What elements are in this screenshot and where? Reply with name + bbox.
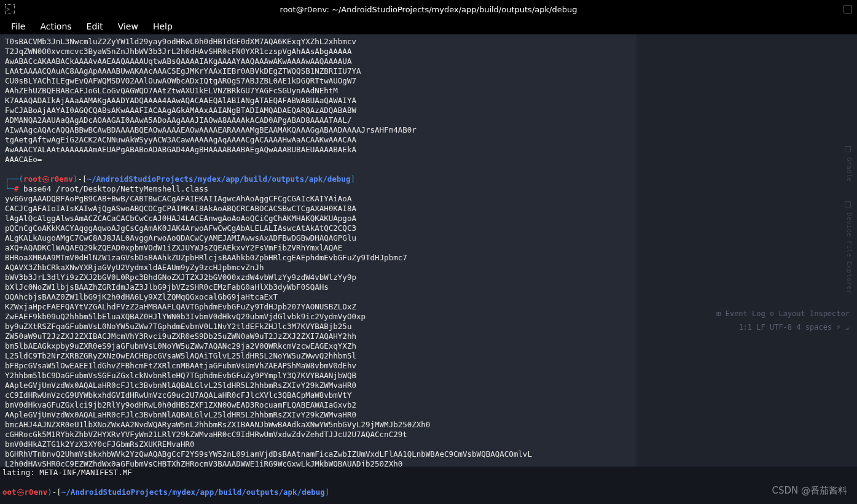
bottom-prompt-path: ~/AndroidStudioProjects/mydex/app/build/…: [61, 487, 325, 497]
bottom-prompt-user: oot: [2, 487, 17, 497]
bottom-output-line: lating: META-INF/MANIFEST.MF: [2, 468, 132, 477]
prompt-hash: #: [14, 184, 19, 193]
base64-output-block2: yv66vgAAADQBFAoPgB9CAB+BwB/CABTBwCACgAFA…: [5, 194, 532, 467]
menu-actions[interactable]: Actions: [34, 20, 77, 33]
prompt-tree: ┌──: [5, 174, 19, 184]
watermark: CSDN @番茄酱料: [772, 485, 847, 497]
prompt-line2-tree: └─: [5, 184, 14, 193]
prompt-open: (: [19, 174, 24, 184]
side-tool-label-1[interactable]: Gradle: [845, 157, 853, 182]
side-tool-icon-1[interactable]: [845, 146, 851, 152]
status-encoding[interactable]: 1:1 LF UTF-8 4 spaces ⚡ ☕: [716, 320, 850, 334]
menu-help[interactable]: Help: [147, 20, 179, 33]
bottom-prompt-dash: -[: [52, 487, 61, 497]
terminal-pane-upper[interactable]: T0sBACVMb3JnL3NwcmluZ2ZyYW1ld29yay9odHRw…: [0, 34, 636, 467]
command-line: base64 /root/Desktop/NettyMemshell.class: [19, 184, 209, 193]
prompt-host: r0env: [50, 174, 73, 184]
side-panel: Gradle Device File Explorer ⊞ Event Log …: [636, 34, 857, 467]
bottom-prompt-end: ]: [325, 487, 330, 497]
terminal-pane-bottom[interactable]: lating: META-INF/MANIFEST.MF oot㉿r0env)-…: [0, 467, 857, 504]
bottom-prompt-at: ㉿: [17, 487, 25, 497]
titlebar: >_ root@r0env: ~/AndroidStudioProjects/m…: [0, 0, 857, 18]
maximize-button[interactable]: [843, 5, 852, 14]
prompt-user: root: [23, 174, 42, 184]
menu-view[interactable]: View: [112, 20, 144, 33]
prompt-at: ㉿: [42, 174, 50, 184]
base64-output-block1: T0sBACVMb3JnL3NwcmluZ2ZyYW1ld29yay9odHRw…: [5, 37, 417, 164]
terminal-icon: >_: [5, 4, 15, 14]
window-title: root@r0env: ~/AndroidStudioProjects/myde…: [280, 5, 577, 14]
bottom-prompt-close: ): [47, 487, 52, 497]
prompt-path: ~/AndroidStudioProjects/mydex/app/build/…: [87, 174, 350, 184]
menu-file[interactable]: File: [5, 20, 31, 33]
status-eventlog[interactable]: ⊞ Event Log ⊕ Layout Inspector: [716, 307, 850, 320]
menu-edit[interactable]: Edit: [80, 20, 109, 33]
status-bar-right: ⊞ Event Log ⊕ Layout Inspector 1:1 LF UT…: [716, 307, 850, 334]
prompt-dash: -[: [77, 174, 87, 184]
prompt-end: ]: [350, 174, 355, 184]
side-tool-label-2[interactable]: Device File Explorer: [845, 212, 853, 293]
side-tool-icon-2[interactable]: [845, 201, 851, 207]
bottom-prompt-host: r0env: [25, 487, 48, 497]
menubar: File Actions Edit View Help: [0, 18, 857, 34]
